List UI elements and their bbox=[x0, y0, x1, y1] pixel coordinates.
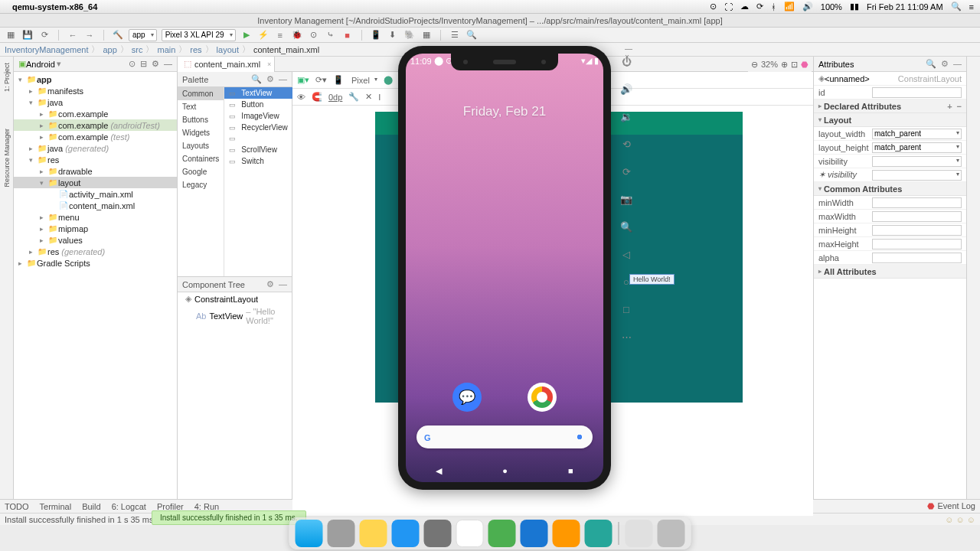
tree-row[interactable]: 📄activity_main.xml bbox=[14, 188, 177, 200]
search-icon[interactable]: 🔍 bbox=[251, 74, 262, 84]
section-layout[interactable]: Layout bbox=[824, 116, 851, 125]
layout-icon[interactable]: ▦ bbox=[420, 29, 433, 41]
android-studio-icon[interactable] bbox=[488, 520, 516, 547]
nav-home[interactable]: ● bbox=[502, 466, 508, 476]
apply2-icon[interactable]: ≡ bbox=[274, 29, 286, 41]
palette-cat[interactable]: Buttons bbox=[178, 113, 224, 126]
infer-icon[interactable]: I bbox=[378, 93, 381, 102]
sdk-icon[interactable]: ⬇ bbox=[387, 29, 399, 41]
trash-icon[interactable] bbox=[658, 520, 685, 547]
hide-icon[interactable]: — bbox=[953, 59, 962, 69]
vol-down-icon[interactable]: 🔉 bbox=[617, 107, 635, 126]
tree-row[interactable]: ▸📁values bbox=[14, 234, 177, 246]
palette-cat[interactable]: Legacy bbox=[178, 178, 224, 191]
sync-icon[interactable]: ⟳ bbox=[756, 2, 763, 11]
tree-row[interactable]: ▸📁com.example(test) bbox=[14, 131, 177, 142]
search-icon[interactable]: 🔍 bbox=[466, 29, 478, 41]
struct-icon[interactable]: ☰ bbox=[449, 29, 461, 41]
tab-content-main[interactable]: ⬚content_main.xml × bbox=[178, 57, 275, 72]
open-icon[interactable]: ▦ bbox=[5, 29, 17, 41]
cloud-icon[interactable]: ☁ bbox=[740, 2, 749, 11]
debug-icon[interactable]: 🐞 bbox=[291, 29, 303, 41]
tab-resmgr[interactable]: Resource Manager bbox=[3, 126, 11, 191]
tab-build[interactable]: Build bbox=[82, 502, 100, 511]
attr-maxheight[interactable] bbox=[872, 239, 962, 249]
remove-icon[interactable]: − bbox=[957, 102, 962, 111]
warn-icon[interactable]: ⬣ bbox=[801, 60, 808, 70]
notes-icon[interactable] bbox=[360, 520, 387, 547]
palette-item[interactable]: ▭ScrollView bbox=[224, 144, 292, 155]
attr-layout-width[interactable]: match_parent bbox=[872, 129, 962, 139]
fwd-icon[interactable]: → bbox=[83, 29, 96, 41]
tab-run[interactable]: 4: Run bbox=[194, 502, 219, 511]
overview-icon[interactable]: □ bbox=[617, 300, 635, 318]
tree-row[interactable]: ▾📁layout bbox=[14, 177, 177, 188]
zoom-out-icon[interactable]: ⊖ bbox=[751, 60, 758, 70]
run-config-combo[interactable]: app bbox=[129, 29, 157, 41]
palette-categories[interactable]: CommonTextButtonsWidgetsLayoutsContainer… bbox=[178, 87, 224, 276]
tree-row[interactable]: ▸📁java(generated) bbox=[14, 142, 177, 154]
crumb[interactable]: InventoryManagement bbox=[5, 45, 88, 54]
hide-icon[interactable]: — bbox=[164, 59, 172, 69]
search-icon[interactable]: 🔍 bbox=[926, 59, 936, 69]
gear-icon[interactable]: ⚙ bbox=[266, 74, 274, 84]
profile-icon[interactable]: ⊙ bbox=[308, 29, 320, 41]
nav-back[interactable]: ◀ bbox=[436, 466, 442, 476]
vol-up-icon[interactable]: 🔊 bbox=[617, 80, 635, 98]
bt-icon[interactable]: ᚼ bbox=[771, 2, 776, 11]
collapse-icon[interactable]: ⊙ bbox=[129, 59, 136, 69]
zoom-in-icon[interactable]: ⊕ bbox=[781, 60, 788, 70]
crumb[interactable]: main bbox=[157, 45, 175, 54]
palette-cat[interactable]: Layouts bbox=[178, 139, 224, 152]
spotlight-icon[interactable]: 🔍 bbox=[951, 2, 962, 11]
palette-cat[interactable]: Common bbox=[178, 87, 224, 100]
back-btn-icon[interactable]: ◁ bbox=[617, 245, 635, 263]
margin-combo[interactable]: 0dp bbox=[328, 93, 342, 102]
device-combo[interactable]: Pixel 3 XL API 29 bbox=[162, 29, 236, 41]
tree-row[interactable]: 📄content_main.xml bbox=[14, 200, 177, 211]
home-btn-icon[interactable]: ○ bbox=[617, 272, 635, 291]
volume-icon[interactable]: 🔊 bbox=[802, 2, 813, 11]
emu-close-icon[interactable]: — × bbox=[625, 44, 634, 54]
magnet-icon[interactable]: 🧲 bbox=[312, 92, 322, 102]
notif-icon[interactable]: ≡ bbox=[969, 2, 974, 11]
palette-item[interactable]: ▭Switch bbox=[224, 155, 292, 167]
attr-tools-visibility[interactable] bbox=[872, 170, 962, 181]
jetbrains-icon[interactable] bbox=[585, 520, 612, 547]
settings-icon[interactable] bbox=[424, 520, 452, 547]
tree-row[interactable]: ▾📁res bbox=[14, 154, 177, 165]
pan-icon[interactable]: 👁 bbox=[297, 93, 305, 102]
palette-cat[interactable]: Widgets bbox=[178, 126, 224, 139]
stop-icon[interactable]: ■ bbox=[341, 29, 354, 41]
palette-item[interactable]: ▭ bbox=[224, 133, 292, 144]
tree-row[interactable]: ▸📁Gradle Scripts bbox=[14, 257, 177, 269]
attr-alpha[interactable] bbox=[872, 253, 962, 263]
appstore-icon[interactable] bbox=[392, 520, 420, 547]
hide-icon[interactable]: — bbox=[279, 279, 287, 289]
crumb[interactable]: res bbox=[190, 45, 201, 54]
section-declared[interactable]: Declared Attributes bbox=[824, 102, 901, 111]
wifi2-icon[interactable]: 📶 bbox=[784, 2, 795, 11]
palette-item[interactable]: ▭TextView bbox=[224, 87, 292, 99]
attr-layout-height[interactable]: match_parent bbox=[872, 142, 962, 153]
palette-cat[interactable]: Google bbox=[178, 165, 224, 178]
comptree-root[interactable]: ◈ConstraintLayout bbox=[178, 292, 292, 305]
run-icon[interactable]: ▶ bbox=[240, 29, 253, 41]
palette-item[interactable]: ▭RecyclerView bbox=[224, 122, 292, 133]
section-common[interactable]: Common Attributes bbox=[824, 184, 902, 194]
gear-icon[interactable]: ⚙ bbox=[941, 59, 949, 69]
tab-terminal[interactable]: Terminal bbox=[40, 502, 72, 511]
project-tree[interactable]: ▾📁app▸📁manifests▾📁java▸📁com.example▸📁com… bbox=[14, 72, 177, 499]
zoom-icon[interactable]: 🔍 bbox=[617, 217, 635, 236]
comptree-child[interactable]: AbTextView– "Hello World!" bbox=[178, 305, 292, 327]
tree-row[interactable]: ▸📁res(generated) bbox=[14, 246, 177, 257]
gear-icon[interactable]: ⚙ bbox=[266, 279, 274, 289]
sublime-icon[interactable] bbox=[553, 520, 580, 547]
rotate-left-icon[interactable]: ⟲ bbox=[617, 135, 635, 153]
attr-maxwidth[interactable] bbox=[872, 211, 962, 222]
attr-id-input[interactable] bbox=[872, 87, 962, 98]
crumb[interactable]: layout bbox=[217, 45, 239, 54]
tree-row[interactable]: ▸📁manifests bbox=[14, 85, 177, 96]
palette-item[interactable]: ▭ImageView bbox=[224, 110, 292, 122]
more-icon[interactable]: ⋯ bbox=[617, 328, 635, 346]
